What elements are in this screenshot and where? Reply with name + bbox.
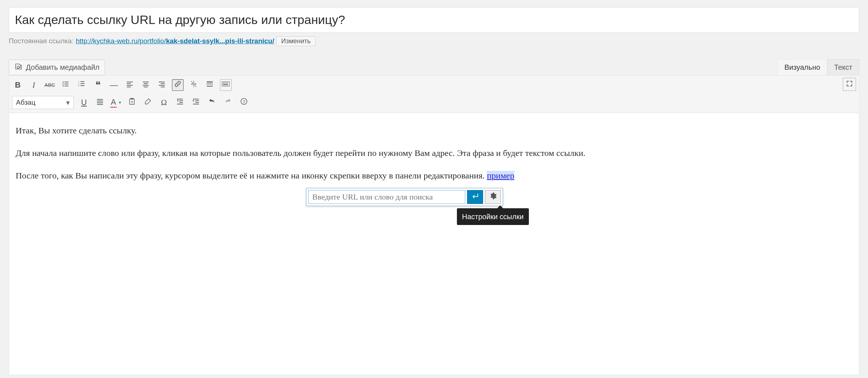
svg-point-4: [63, 83, 64, 84]
apply-link-button[interactable]: [467, 190, 483, 204]
underline-button[interactable]: U: [78, 97, 90, 108]
svg-rect-21: [144, 87, 148, 87]
content-paragraph: Для начала напишите слово или фразу, кли…: [16, 146, 852, 160]
svg-rect-32: [226, 83, 226, 83]
clear-formatting-button[interactable]: [142, 97, 154, 108]
camera-music-icon: [14, 62, 23, 73]
edit-permalink-button[interactable]: Изменить: [276, 36, 315, 46]
bullet-list-icon: [62, 80, 70, 90]
add-media-label: Добавить медиафайл: [26, 63, 100, 72]
tab-visual[interactable]: Визуально: [777, 59, 827, 75]
svg-rect-36: [97, 101, 103, 101]
align-center-icon: [142, 80, 150, 90]
link-settings-button[interactable]: [485, 190, 501, 204]
outdent-button[interactable]: [174, 97, 186, 108]
svg-text:?: ?: [243, 99, 245, 104]
svg-rect-24: [159, 85, 165, 85]
align-left-button[interactable]: [124, 79, 136, 91]
svg-rect-27: [207, 83, 213, 83]
add-media-button[interactable]: Добавить медиафайл: [9, 60, 105, 75]
editor-container: B I ABC 123 ❝ — Абзац: [9, 75, 859, 375]
remove-link-button[interactable]: [188, 79, 200, 91]
svg-rect-14: [127, 81, 133, 82]
bold-button[interactable]: B: [12, 79, 24, 91]
toolbar-toggle-button[interactable]: [220, 79, 232, 91]
svg-rect-31: [224, 83, 225, 83]
numbered-list-icon: 123: [78, 80, 86, 90]
clipboard-icon: T: [128, 97, 136, 108]
align-center-button[interactable]: [140, 79, 152, 91]
svg-rect-3: [64, 81, 68, 82]
permalink-label: Постоянная ссылка:: [9, 37, 74, 45]
indent-button[interactable]: [190, 97, 202, 108]
keyboard-icon: [222, 80, 230, 90]
special-char-button[interactable]: Ω: [158, 97, 170, 108]
redo-button[interactable]: [222, 97, 234, 108]
read-more-button[interactable]: [204, 79, 216, 91]
undo-button[interactable]: [206, 97, 218, 108]
indent-icon: [192, 97, 200, 108]
numbered-list-button[interactable]: 123: [76, 79, 88, 91]
svg-text:T: T: [131, 100, 133, 104]
bullet-list-button[interactable]: [60, 79, 72, 91]
svg-rect-19: [144, 83, 148, 84]
content-text: После того, как Вы написали эту фразу, к…: [16, 171, 487, 180]
chevron-down-icon: ▼: [118, 100, 122, 105]
align-justify-icon: [96, 97, 104, 108]
svg-rect-5: [64, 84, 68, 84]
svg-rect-35: [97, 99, 103, 100]
align-right-button[interactable]: [156, 79, 168, 91]
blockquote-button[interactable]: ❝: [92, 79, 104, 91]
align-justify-button[interactable]: [94, 97, 106, 108]
inline-link-toolbar: [306, 188, 503, 206]
permalink-link[interactable]: http://kychka-web.ru/portfolio/kak-sdela…: [76, 37, 274, 45]
insert-link-button[interactable]: [172, 79, 184, 91]
fullscreen-button[interactable]: [843, 78, 856, 91]
svg-rect-38: [97, 104, 103, 105]
svg-rect-34: [223, 84, 228, 85]
svg-rect-22: [159, 81, 165, 82]
strikethrough-button[interactable]: ABC: [44, 79, 56, 91]
post-title-input[interactable]: [9, 7, 859, 33]
svg-rect-25: [161, 87, 165, 87]
horizontal-rule-button[interactable]: —: [108, 79, 120, 91]
editor-content[interactable]: Итак, Вы хотите сделать ссылку. Для нача…: [9, 113, 859, 375]
svg-rect-20: [143, 85, 149, 85]
format-select[interactable]: Абзац: [12, 96, 74, 109]
permalink-row: Постоянная ссылка: http://kychka-web.ru/…: [9, 36, 859, 46]
read-more-icon: [206, 80, 214, 90]
align-left-icon: [126, 80, 134, 90]
outdent-icon: [176, 97, 184, 108]
tab-text[interactable]: Текст: [827, 59, 859, 75]
help-button[interactable]: ?: [238, 97, 250, 108]
svg-rect-16: [127, 85, 133, 85]
svg-rect-46: [193, 98, 199, 99]
redo-icon: [224, 97, 232, 108]
selected-link-text[interactable]: пример: [487, 171, 514, 180]
svg-rect-9: [80, 81, 84, 82]
paste-text-button[interactable]: T: [126, 97, 138, 108]
svg-rect-13: [80, 85, 84, 86]
svg-rect-18: [143, 81, 149, 82]
svg-rect-44: [179, 102, 183, 102]
svg-rect-45: [177, 104, 183, 104]
gear-icon: [489, 190, 497, 204]
svg-rect-11: [80, 83, 84, 84]
svg-rect-17: [127, 87, 131, 87]
italic-button[interactable]: I: [28, 79, 40, 91]
enter-arrow-icon: [471, 190, 479, 204]
svg-rect-26: [207, 81, 213, 82]
svg-rect-43: [179, 100, 183, 101]
svg-point-2: [63, 81, 64, 83]
svg-rect-48: [195, 102, 199, 102]
svg-rect-40: [130, 98, 133, 99]
link-settings-tooltip: Настройки ссылки: [457, 208, 529, 225]
help-icon: ?: [240, 97, 248, 108]
svg-rect-15: [127, 83, 131, 84]
text-color-button[interactable]: A▼: [110, 97, 122, 108]
svg-rect-33: [227, 83, 228, 83]
content-paragraph: Итак, Вы хотите сделать ссылку.: [16, 124, 852, 137]
svg-rect-30: [223, 83, 224, 83]
link-url-input[interactable]: [308, 190, 465, 204]
svg-rect-7: [64, 85, 68, 86]
